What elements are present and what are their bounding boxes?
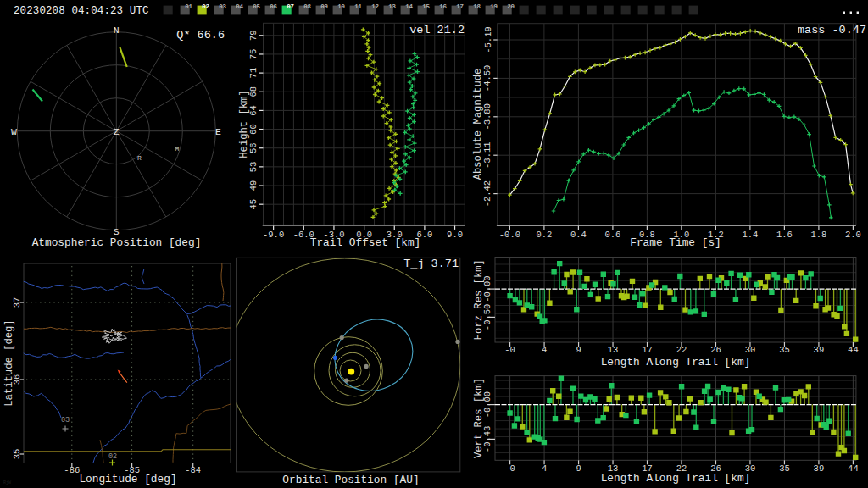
svg-text:35: 35 — [779, 463, 790, 474]
svg-text:03: 03 — [61, 416, 70, 424]
svg-text:37: 37 — [12, 297, 22, 308]
svg-text:-5.19: -5.19 — [483, 26, 493, 53]
svg-text:-4.50: -4.50 — [483, 65, 493, 92]
svg-text:1.6: 1.6 — [776, 230, 793, 240]
svg-text:01: 01 — [185, 3, 192, 10]
svg-text:Length Along Trail [km]: Length Along Trail [km] — [601, 356, 751, 369]
svg-text:Atmospheric Position [deg]: Atmospheric Position [deg] — [32, 236, 202, 249]
svg-text:45: 45 — [248, 199, 259, 210]
svg-text:04: 04 — [236, 3, 243, 10]
svg-text:26: 26 — [710, 345, 721, 355]
svg-text:0.6: 0.6 — [604, 230, 620, 240]
svg-text:20230208 04:04:23 UTC: 20230208 04:04:23 UTC — [14, 5, 149, 17]
svg-text:9.0: 9.0 — [447, 230, 463, 240]
svg-text:12: 12 — [371, 3, 379, 10]
svg-text:-0: -0 — [504, 345, 515, 355]
svg-text:0.2: 0.2 — [536, 230, 552, 240]
svg-text:20: 20 — [507, 3, 515, 10]
svg-text:0.4: 0.4 — [570, 230, 587, 240]
svg-text:19: 19 — [490, 3, 498, 10]
svg-text:53: 53 — [248, 162, 259, 173]
svg-text:-0.0: -0.0 — [499, 230, 520, 240]
svg-text:03: 03 — [219, 3, 226, 10]
svg-text:06: 06 — [270, 3, 277, 10]
svg-text:02: 02 — [202, 3, 209, 10]
svg-text:Absolute Magnitude: Absolute Magnitude — [472, 69, 484, 180]
svg-text:35: 35 — [12, 449, 22, 460]
svg-text:14: 14 — [405, 3, 413, 10]
svg-text:vel 21.2: vel 21.2 — [409, 24, 465, 36]
svg-text:75: 75 — [248, 49, 259, 60]
svg-text:08: 08 — [303, 3, 311, 10]
svg-text:1.4: 1.4 — [742, 230, 758, 240]
svg-text:T_j 3.71: T_j 3.71 — [403, 258, 459, 270]
svg-text:Vert Res [km]: Vert Res [km] — [473, 378, 485, 458]
svg-text:-0: -0 — [504, 463, 515, 474]
svg-text:79: 79 — [248, 30, 259, 41]
svg-text:35: 35 — [779, 345, 790, 355]
svg-text:Longitude [deg]: Longitude [deg] — [79, 473, 176, 485]
svg-text:4: 4 — [542, 463, 547, 474]
svg-text:18: 18 — [473, 3, 481, 10]
svg-text:1.8: 1.8 — [810, 230, 826, 240]
svg-text:17: 17 — [456, 3, 464, 10]
svg-text:Length Along Trail [km]: Length Along Trail [km] — [601, 472, 751, 485]
svg-text:10: 10 — [337, 3, 345, 10]
svg-text:13: 13 — [388, 3, 396, 10]
svg-text:71: 71 — [248, 68, 259, 79]
svg-text:-9.0: -9.0 — [263, 230, 284, 240]
svg-text:E: E — [215, 126, 221, 137]
svg-text:Latitude [deg]: Latitude [deg] — [3, 319, 15, 406]
svg-text:W: W — [11, 126, 17, 137]
svg-text:22: 22 — [676, 345, 687, 355]
svg-text:09: 09 — [320, 3, 328, 10]
svg-text:2.0: 2.0 — [845, 230, 861, 240]
svg-text:13: 13 — [608, 345, 619, 355]
svg-text:Z: Z — [114, 126, 120, 137]
svg-text:-3.80: -3.80 — [483, 103, 493, 130]
svg-text:M: M — [175, 145, 180, 152]
svg-text:44: 44 — [848, 345, 859, 355]
svg-text:4: 4 — [542, 345, 547, 355]
svg-text:16: 16 — [439, 3, 447, 10]
svg-text:07: 07 — [287, 3, 294, 10]
svg-text:39: 39 — [814, 345, 825, 355]
svg-text:Frame Time [s]: Frame Time [s] — [630, 236, 721, 249]
svg-text:Orbital Position [AU]: Orbital Position [AU] — [282, 474, 419, 486]
svg-text:R: R — [137, 154, 142, 162]
svg-text:-86: -86 — [64, 465, 80, 475]
svg-text:44: 44 — [848, 463, 859, 474]
svg-text:05: 05 — [253, 3, 260, 10]
svg-text:9: 9 — [576, 345, 581, 355]
svg-text:30: 30 — [745, 345, 756, 355]
svg-text:-84: -84 — [185, 465, 201, 475]
svg-text:-2.42: -2.42 — [483, 180, 493, 208]
svg-text:Height [km]: Height [km] — [238, 90, 250, 158]
svg-text:9: 9 — [576, 463, 581, 474]
svg-text:N: N — [114, 25, 120, 36]
svg-text:11: 11 — [354, 3, 362, 10]
svg-text:49: 49 — [248, 180, 259, 191]
svg-text:-3.11: -3.11 — [483, 141, 493, 169]
svg-text:17: 17 — [642, 345, 653, 355]
svg-text:15: 15 — [422, 3, 430, 10]
svg-text:RjW: RjW — [3, 480, 11, 485]
svg-text:Horz Res [km]: Horz Res [km] — [473, 259, 485, 340]
svg-text:Trail Offset [km]: Trail Offset [km] — [310, 236, 421, 249]
svg-text:39: 39 — [814, 463, 825, 474]
svg-text:mass -0.47: mass -0.47 — [798, 24, 866, 36]
svg-text:Q* 66.6: Q* 66.6 — [176, 29, 225, 42]
